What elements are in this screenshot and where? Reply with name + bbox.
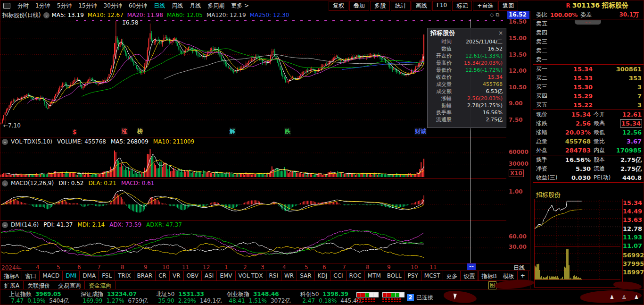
- toolbar-item-5[interactable]: 画线: [412, 1, 431, 11]
- toolbar-item-6[interactable]: F10: [432, 1, 451, 11]
- tab-更多[interactable]: 更多: [443, 271, 461, 280]
- tab-指标A[interactable]: 指标A: [0, 271, 22, 280]
- event-marker-$[interactable]: $: [72, 129, 77, 136]
- menu-period-4[interactable]: 15分钟: [75, 1, 100, 11]
- tab-CCI[interactable]: CCI: [330, 271, 346, 280]
- window-icon[interactable]: [3, 3, 10, 9]
- tab-KDJ[interactable]: KDJ: [315, 271, 331, 280]
- event-marker-财诚[interactable]: 财诚: [414, 127, 427, 136]
- pane-collapse-icon[interactable]: ⌄: [2, 139, 8, 145]
- bid-row-5[interactable]: 买五15.223: [533, 101, 644, 110]
- menu-period-3[interactable]: 5分钟: [54, 1, 75, 11]
- toolbar-item-7[interactable]: 标记: [452, 1, 472, 11]
- tab-DMA[interactable]: DMA: [80, 271, 99, 280]
- menu-period-1[interactable]: 分时: [14, 1, 32, 11]
- menu-period-2[interactable]: 1分钟: [32, 1, 54, 11]
- toolbar-item-2[interactable]: 叠加: [349, 1, 369, 11]
- tab-ASI[interactable]: ASI: [202, 271, 217, 280]
- pane-collapse-icon[interactable]: ⌄: [2, 222, 8, 228]
- tab-CR[interactable]: CR: [156, 271, 170, 280]
- subtab-2[interactable]: 关联报价: [24, 281, 54, 289]
- pane-collapse-icon[interactable]: ⌄: [2, 180, 8, 186]
- chevron-down-icon[interactable]: ⌄: [43, 12, 50, 18]
- toolbar-item-9[interactable]: 返回: [498, 1, 518, 11]
- toolbar-item-1[interactable]: 复权: [329, 1, 348, 11]
- bid-row-4[interactable]: 买四15.297: [533, 92, 644, 101]
- tab-PSY[interactable]: PSY: [405, 271, 421, 280]
- index-block-3[interactable]: 北证501531.33-35.90 -2.29%149.1亿: [156, 291, 222, 304]
- menu-period-5[interactable]: 30分钟: [100, 1, 125, 11]
- menu-period-10[interactable]: 多周期: [204, 1, 228, 11]
- panel-toggle-icon[interactable]: ⧉: [495, 12, 499, 18]
- menu-period-11[interactable]: 更多 >: [228, 1, 252, 11]
- subtab-1[interactable]: 扩展A: [0, 281, 24, 289]
- toolbar-item-8[interactable]: +自选: [473, 1, 497, 11]
- subtab-3[interactable]: 交易查询: [54, 281, 85, 289]
- market-heat-widget[interactable]: [356, 292, 405, 302]
- tab-EMV[interactable]: EMV: [217, 271, 235, 280]
- popup-titlebar[interactable]: 招标股份 ×: [428, 28, 506, 38]
- tdx-stock-app: 分时1分钟5分钟15分钟30分钟60分钟日线周线月线多周期更多 > R30113…: [0, 0, 644, 305]
- tab-FSL[interactable]: FSL: [99, 271, 115, 280]
- menu-period-8[interactable]: 周线: [168, 1, 186, 11]
- index-block-1[interactable]: 上证指数3969.05-7.47 -0.19%5404亿: [9, 291, 69, 304]
- event-marker-涨[interactable]: 涨: [121, 127, 128, 136]
- bid-row-3[interactable]: 买三15.303: [533, 83, 644, 92]
- readout: VOLUME: 455768: [57, 138, 106, 145]
- index-block-2[interactable]: 深证成指13234.07-169.99 -1.27%6759亿: [81, 291, 148, 304]
- toolbar-item-3[interactable]: 多股: [370, 1, 390, 11]
- month-tick: 3: [261, 264, 264, 271]
- ask-row-3[interactable]: 卖三: [533, 37, 644, 46]
- popup-row-3: 开盘价12.61(-1.33%): [428, 52, 506, 59]
- tab-right-2[interactable]: 模板: [500, 271, 518, 280]
- macd-pane[interactable]: [0, 187, 506, 220]
- tab-right-1[interactable]: 指标B: [479, 271, 500, 280]
- intraday-minichart[interactable]: [534, 199, 623, 288]
- collapse-handle[interactable]: ⌄⌄: [575, 20, 601, 25]
- event-marker-榜[interactable]: 榜: [137, 127, 143, 136]
- tab-BRAR[interactable]: BRAR: [134, 271, 156, 280]
- index-block-4[interactable]: 创业板指3148.46-48.41 -1.51%3072亿: [227, 291, 291, 304]
- tab-窗口[interactable]: 窗口: [22, 271, 40, 280]
- volume-pane[interactable]: [0, 146, 506, 178]
- bid-row-2[interactable]: 买二15.33353: [533, 74, 644, 83]
- tab-OBV[interactable]: OBV: [184, 271, 202, 280]
- month-tick: 10: [411, 264, 418, 271]
- ask-row-2[interactable]: 卖四: [533, 28, 644, 37]
- event-marker-跌[interactable]: 跌: [284, 127, 291, 136]
- tab-设置[interactable]: 设置: [461, 271, 478, 280]
- index-block-5[interactable]: 科创501398.39-2.47 -0.18%445.4亿: [300, 291, 363, 304]
- tab-MACD[interactable]: MACD: [40, 271, 63, 280]
- menu-period-6[interactable]: 60分钟: [125, 1, 150, 11]
- tab-MCST[interactable]: MCST: [421, 271, 444, 280]
- tab-DMI[interactable]: DMI: [63, 271, 80, 280]
- diamond-icon[interactable]: ◇: [490, 12, 494, 18]
- tab-right-3[interactable]: +: [518, 271, 528, 280]
- menu-period-9[interactable]: 月线: [186, 1, 204, 11]
- tab-VOL-TDX[interactable]: VOL-TDX: [236, 271, 266, 280]
- menu-period-7[interactable]: 日线: [150, 1, 168, 11]
- event-marker-解[interactable]: 解: [229, 127, 236, 136]
- subtab-4[interactable]: 资金流向: [85, 281, 116, 289]
- tab-SAR[interactable]: SAR: [297, 271, 314, 280]
- tab-WR[interactable]: WR: [281, 271, 297, 280]
- ma-value-2: MA10: 12.67: [88, 12, 124, 18]
- tab-RSI[interactable]: RSI: [266, 271, 282, 280]
- toolbar-item-4[interactable]: 统计: [391, 1, 411, 11]
- detail-row: 涨幅20.03%最低12.56: [533, 128, 644, 137]
- bid-levels: 买一15.34300861买二15.33353买三15.303买四15.297买…: [533, 65, 644, 110]
- time-axis[interactable]: 2024年 -- 日线 4567891011121234567891011: [0, 263, 533, 271]
- menubar: 分时1分钟5分钟15分钟30分钟60分钟日线周线月线多周期更多 > R30113…: [0, 0, 644, 11]
- tab-TRIX[interactable]: TRIX: [115, 271, 134, 280]
- ask-row-4[interactable]: 卖二: [533, 46, 644, 55]
- price-tick: 16.50: [509, 18, 527, 25]
- dmi-pane[interactable]: [0, 229, 506, 263]
- bid-row-1[interactable]: 买一15.34300861: [533, 65, 644, 74]
- tab-ROC[interactable]: ROC: [347, 271, 365, 280]
- panel-splitter[interactable]: [530, 11, 533, 289]
- close-icon[interactable]: ×: [498, 30, 503, 36]
- tab-BOLL[interactable]: BOLL: [384, 271, 405, 280]
- tab-MTM[interactable]: MTM: [365, 271, 384, 280]
- tab-VR[interactable]: VR: [170, 271, 184, 280]
- ask-row-5[interactable]: 卖一: [533, 55, 644, 64]
